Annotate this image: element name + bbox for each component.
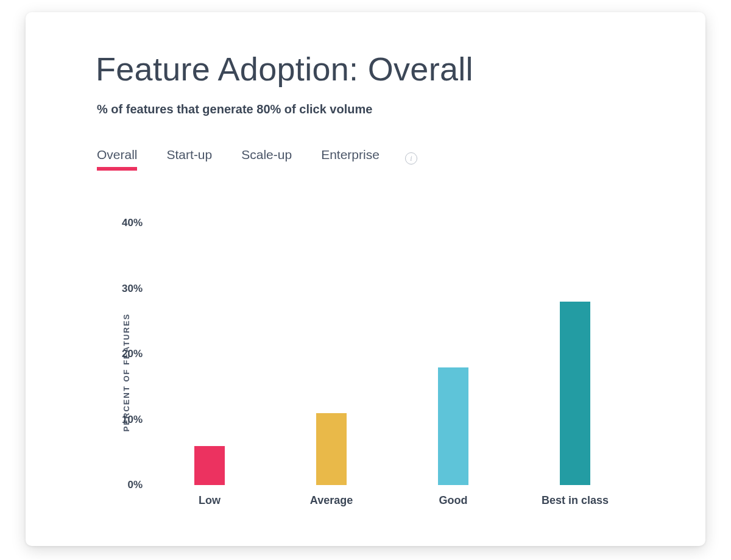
tab-bar: Overall Start-up Scale-up Enterprise i xyxy=(97,147,417,169)
bar xyxy=(194,446,225,486)
category-label: Good xyxy=(439,494,468,507)
tab-start-up[interactable]: Start-up xyxy=(167,147,213,169)
page-title: Feature Adoption: Overall xyxy=(96,50,473,88)
y-tick: 30% xyxy=(106,283,143,295)
tab-overall[interactable]: Overall xyxy=(97,147,138,169)
y-tick: 0% xyxy=(106,479,143,491)
bar-slot: Average xyxy=(270,223,392,485)
bar xyxy=(316,413,347,485)
plot-area: 0%10%20%30%40% LowAverageGoodBest in cla… xyxy=(149,223,636,485)
y-tick: 20% xyxy=(106,348,143,360)
category-label: Low xyxy=(199,494,221,507)
bar xyxy=(560,302,590,485)
category-label: Average xyxy=(310,494,353,507)
bar xyxy=(438,367,468,486)
chart-area: PERCENT OF FEATURES 0%10%20%30%40% LowAv… xyxy=(69,223,654,522)
chart-card: Feature Adoption: Overall % of features … xyxy=(26,12,705,546)
tab-enterprise[interactable]: Enterprise xyxy=(321,147,380,169)
info-icon[interactable]: i xyxy=(405,152,417,165)
y-tick: 10% xyxy=(106,414,143,426)
bar-slot: Good xyxy=(392,223,514,485)
page-subtitle: % of features that generate 80% of click… xyxy=(97,102,372,116)
bars-row: LowAverageGoodBest in class xyxy=(149,223,636,485)
tab-scale-up[interactable]: Scale-up xyxy=(241,147,292,169)
bar-slot: Low xyxy=(149,223,270,485)
y-tick: 40% xyxy=(106,217,143,229)
bar-slot: Best in class xyxy=(514,223,636,485)
category-label: Best in class xyxy=(542,494,609,507)
